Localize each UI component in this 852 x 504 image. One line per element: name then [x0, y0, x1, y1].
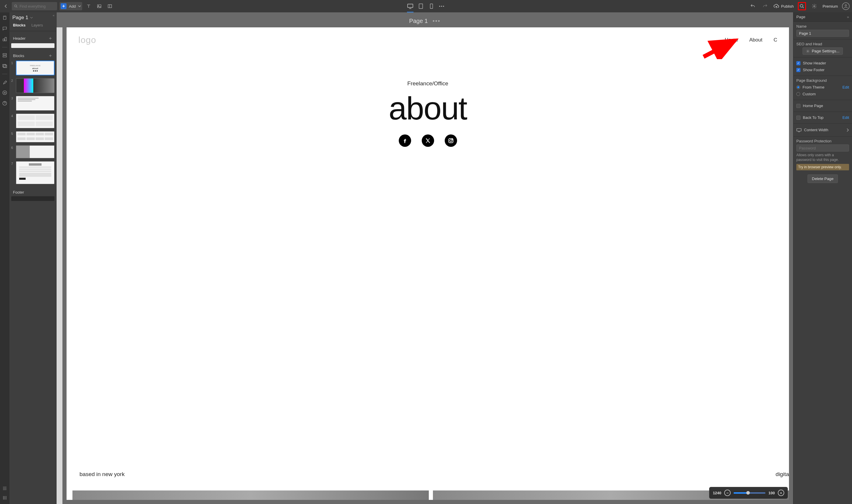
panel-seo-section: SEO and Head Page Settings... — [794, 39, 852, 57]
back-button[interactable] — [2, 3, 10, 10]
section-header[interactable]: Header ＋ — [11, 32, 54, 43]
block-thumb-2[interactable] — [16, 78, 54, 93]
hero-block[interactable]: Freelance/Office about — [67, 48, 789, 147]
device-desktop[interactable] — [406, 2, 414, 10]
rail-styles-icon[interactable] — [2, 79, 7, 85]
canvas-more-icon[interactable]: ••• — [433, 18, 440, 24]
backtotop-edit-link[interactable]: Edit — [842, 115, 849, 120]
back-to-top-checkbox[interactable]: Back To Top — [796, 114, 823, 121]
properties-panel: Page » Name SEO and Head Page Settings..… — [793, 12, 852, 504]
hero-subtitle: Freelance/Office — [67, 80, 789, 87]
block-item[interactable]: 1 FREELANCE about — [11, 60, 54, 75]
add-header-icon[interactable]: ＋ — [48, 35, 53, 41]
password-input[interactable] — [796, 144, 849, 151]
svg-rect-1 — [98, 5, 101, 8]
bg-edit-link[interactable]: Edit — [842, 85, 849, 89]
add-button[interactable]: + Add — [59, 2, 82, 10]
search-input[interactable] — [19, 4, 55, 8]
preview-button[interactable] — [798, 2, 806, 10]
nav-link[interactable]: About — [749, 37, 762, 43]
svg-point-9 — [845, 5, 847, 6]
zoom-out-button[interactable]: − — [724, 490, 731, 496]
image-tool[interactable] — [95, 2, 103, 10]
canvas-title: Page 1 — [409, 18, 428, 24]
page-name-input[interactable] — [796, 30, 849, 37]
nav-link[interactable]: Home — [725, 37, 738, 43]
rail-settings-icon[interactable] — [2, 90, 7, 95]
show-footer-checkbox[interactable]: ✓Show Footer — [796, 67, 849, 73]
social-icons — [67, 134, 789, 147]
header-thumbnail[interactable] — [11, 43, 54, 48]
image-strip[interactable] — [72, 490, 789, 500]
x-icon[interactable] — [422, 134, 434, 147]
svg-point-17 — [4, 92, 5, 93]
zoom-slider[interactable] — [734, 492, 765, 494]
site-nav: Home About C — [725, 37, 777, 43]
rail-structure-icon[interactable] — [2, 486, 7, 491]
search-icon — [14, 4, 18, 8]
block-thumb-5[interactable] — [16, 131, 54, 142]
section-footer[interactable]: Footer — [11, 187, 54, 196]
rail-columns-icon[interactable] — [2, 495, 7, 501]
settings-button[interactable] — [810, 2, 818, 10]
canvas-title-bar: Page 1 ••• — [56, 12, 793, 28]
redo-button[interactable] — [761, 2, 769, 10]
delete-page-button[interactable]: Delete Page — [807, 175, 838, 183]
device-tablet[interactable] — [417, 2, 425, 10]
name-label: Name — [796, 24, 849, 29]
show-header-checkbox[interactable]: ✓Show Header — [796, 60, 849, 67]
block-item[interactable]: 4 — [11, 113, 54, 128]
panel-collapse-icon[interactable]: » — [847, 15, 849, 19]
search-box[interactable] — [12, 2, 57, 10]
sidebar-collapse[interactable]: « — [53, 14, 54, 17]
bottom-right-text[interactable]: digita — [776, 471, 789, 478]
rail-help-icon[interactable] — [2, 101, 7, 106]
device-more[interactable]: ••• — [438, 2, 446, 10]
footer-thumbnail[interactable] — [11, 196, 54, 201]
add-block-icon[interactable]: ＋ — [48, 53, 53, 59]
block-item[interactable]: 3 — [11, 96, 54, 111]
site-logo[interactable]: logo — [79, 35, 96, 45]
section-blocks[interactable]: Blocks ＋ — [11, 50, 54, 60]
facebook-icon[interactable] — [399, 134, 411, 147]
block-thumb-3[interactable] — [16, 96, 54, 111]
device-mobile[interactable] — [428, 2, 435, 10]
block-thumb-7[interactable] — [16, 161, 54, 184]
rail-images-icon[interactable] — [2, 63, 7, 69]
zoom-in-button[interactable]: + — [778, 490, 784, 496]
panel-backtotop-section: Back To Top Edit — [794, 112, 852, 124]
instagram-icon[interactable] — [445, 134, 457, 147]
bg-from-theme-radio[interactable]: From Theme — [796, 84, 824, 91]
rail-pages-icon[interactable] — [2, 15, 7, 21]
undo-button[interactable] — [749, 2, 757, 10]
bg-custom-radio[interactable]: Custom — [796, 91, 849, 97]
publish-button[interactable]: Publish — [773, 3, 794, 9]
bottom-left-text[interactable]: based in new york — [80, 471, 125, 478]
account-avatar[interactable] — [842, 2, 850, 10]
text-tool[interactable] — [85, 2, 93, 10]
rail-components-icon[interactable] — [2, 36, 7, 42]
page-selector[interactable]: Page 1 — [12, 15, 33, 21]
rail-blocks-icon[interactable] — [2, 53, 7, 58]
tab-blocks[interactable]: Blocks — [13, 23, 25, 29]
layout-tool[interactable] — [106, 2, 114, 10]
nav-link[interactable]: C — [773, 37, 777, 43]
rail-comments-icon[interactable] — [2, 26, 7, 31]
canvas: Page 1 ••• logo Home About C Freelance/O… — [56, 12, 793, 504]
page-settings-button[interactable]: Page Settings... — [802, 47, 842, 55]
page-preview[interactable]: logo Home About C Freelance/Office about — [67, 28, 789, 500]
cloud-upload-icon — [773, 3, 779, 9]
pw-label: Password Protection — [796, 139, 849, 143]
block-item[interactable]: 5 — [11, 131, 54, 142]
home-page-checkbox[interactable]: Home Page — [796, 102, 849, 109]
block-thumb-4[interactable] — [16, 113, 54, 128]
block-item[interactable]: 2 — [11, 78, 54, 93]
tab-layers[interactable]: Layers — [32, 23, 43, 29]
svg-rect-6 — [430, 4, 433, 8]
block-thumb-1[interactable]: FREELANCE about — [16, 60, 54, 75]
panel-contentwidth-section[interactable]: Content Width — [794, 124, 852, 137]
block-item[interactable]: 7 — [11, 161, 54, 184]
block-item[interactable]: 6 — [11, 145, 54, 158]
premium-label[interactable]: Premium — [822, 4, 838, 8]
block-thumb-6[interactable] — [16, 145, 54, 158]
